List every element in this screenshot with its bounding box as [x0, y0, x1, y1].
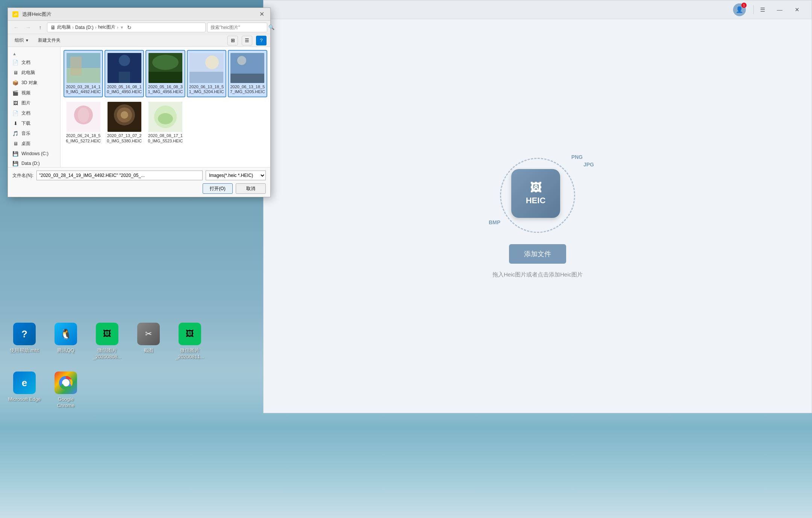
- heic-badge-text: HEIC: [526, 196, 546, 205]
- downloads-icon: ⬇: [12, 121, 18, 127]
- file-item-1[interactable]: 2020_03_28_14_19_IMG_4492.HEIC: [64, 50, 103, 97]
- dialog-bottom: 文件名(N): Images(*.heic *.HEIC) 打开(O) 取消: [8, 167, 270, 197]
- view-options-button[interactable]: ⊞: [227, 36, 238, 45]
- heic-badge: 🖼 HEIC: [511, 169, 560, 218]
- menu-button[interactable]: ☰: [754, 4, 771, 16]
- sidebar-item-desktop[interactable]: 🖥 桌面: [8, 139, 60, 149]
- breadcrumb-bar[interactable]: 🖥 此电脑 › Data (D:) › heic图片 › ▼ ↻: [47, 23, 206, 32]
- desktop-icon-chrome[interactable]: Google Chrome: [49, 372, 83, 409]
- sidebar-item-docs[interactable]: 📄 文档: [8, 57, 60, 68]
- filename-label: 文件名(N):: [12, 172, 33, 179]
- music-icon: 🎵: [12, 131, 18, 137]
- video-icon: 🎬: [12, 90, 18, 96]
- sidebar-item-computer[interactable]: 🖥 此电脑: [8, 68, 60, 78]
- desktop-icon-wechat2[interactable]: 🖼 微信图片_20200811...: [173, 323, 207, 360]
- desktop-icon-snip[interactable]: ✂ 截图: [132, 323, 165, 360]
- new-folder-button[interactable]: 新建文件夹: [35, 36, 64, 45]
- app-main-content: PNG JPG BMP 🖼 HEIC 添加文件 拖入Heic图片或者点击添加He…: [264, 19, 812, 413]
- help-button[interactable]: ?: [256, 36, 267, 45]
- minimize-button[interactable]: —: [771, 4, 788, 16]
- format-png-label: PNG: [571, 154, 583, 160]
- file-thumb-7: [108, 102, 141, 132]
- file-name-1: 2020_03_28_14_19_IMG_4492.HEIC: [66, 85, 101, 94]
- file-thumb-6: [67, 102, 100, 132]
- desktop-icon-qq[interactable]: 🐧 腾讯QQ: [49, 323, 83, 360]
- sidebar-item-music[interactable]: 🎵 音乐: [8, 128, 60, 139]
- format-jpg-label: JPG: [583, 162, 594, 168]
- file-thumb-8: [148, 102, 182, 132]
- file-item-5[interactable]: 2020_06_13_18_57_IMG_5205.HEIC: [228, 50, 267, 97]
- svg-point-7: [119, 55, 130, 66]
- file-thumb-5: [230, 53, 264, 83]
- search-icon: 🔍: [268, 24, 274, 30]
- refresh-button[interactable]: ↻: [127, 24, 132, 30]
- file-thumb-2: [108, 53, 141, 83]
- file-thumb-3: [148, 53, 182, 83]
- file-name-6: 2020_06_24_18_56_IMG_5272.HEIC: [66, 133, 101, 143]
- file-item-7[interactable]: 2020_07_13_07_20_IMG_5380.HEIC: [105, 99, 144, 146]
- file-grid-area: 2020_03_28_14_19_IMG_4492.HEIC 2020_05_1…: [61, 47, 270, 167]
- desktop-icon-sidebar: 🖥: [12, 141, 18, 147]
- sidebar-item-d-drive[interactable]: 💾 Data (D:): [8, 159, 60, 167]
- cancel-button[interactable]: 取消: [236, 183, 266, 194]
- sidebar-item-downloads[interactable]: ⬇ 下载: [8, 118, 60, 128]
- nav-forward-button[interactable]: →: [23, 23, 33, 32]
- filename-row: 文件名(N): Images(*.heic *.HEIC): [12, 171, 266, 180]
- svg-point-27: [158, 113, 173, 124]
- svg-point-24: [121, 111, 128, 119]
- file-name-5: 2020_06_13_18_57_IMG_5205.HEIC: [230, 85, 265, 94]
- breadcrumb-computer: 此电脑: [57, 24, 71, 30]
- file-item-6[interactable]: 2020_06_24_18_56_IMG_5272.HEIC: [64, 99, 103, 146]
- svg-point-11: [152, 55, 179, 70]
- file-item-4[interactable]: 2020_06_13_18_51_IMG_5204.HEIC: [187, 50, 226, 97]
- 3d-icon: 📦: [12, 80, 18, 86]
- svg-rect-16: [230, 74, 264, 83]
- desktop-icon-edge[interactable]: e Microsoft Edge: [8, 372, 41, 409]
- file-thumb-4: [189, 53, 223, 83]
- file-name-4: 2020_06_13_18_51_IMG_5204.HEIC: [189, 85, 224, 94]
- nav-up-button[interactable]: ↑: [35, 23, 45, 32]
- add-file-button[interactable]: 添加文件: [509, 244, 566, 264]
- breadcrumb-drive: Data (D:): [75, 25, 94, 30]
- dialog-title-text: 选择Heic图片: [22, 11, 254, 18]
- sidebar-item-video[interactable]: 🎬 视频: [8, 88, 60, 98]
- file-name-3: 2020_05_16_08_31_IMG_4956.HEIC: [148, 85, 183, 94]
- svg-rect-5: [70, 57, 82, 76]
- filetype-select[interactable]: Images(*.heic *.HEIC): [206, 171, 266, 180]
- svg-rect-13: [189, 72, 223, 83]
- organize-button[interactable]: 组织 ▼: [12, 36, 32, 45]
- dialog-nav-toolbar: ← → ↑ 🖥 此电脑 › Data (D:) › heic图片 › ▼ ↻ 🔍: [8, 21, 270, 34]
- svg-point-2: [63, 380, 69, 386]
- desktop-icon-wechat1[interactable]: 🖼 微信图片_20200808...: [90, 323, 124, 360]
- sidebar-item-documents[interactable]: 📄 文档: [8, 108, 60, 118]
- file-name-7: 2020_07_13_07_20_IMG_5380.HEIC: [107, 133, 142, 143]
- desktop: ? 使用帮助.mht 🐧 腾讯QQ 🖼 微信图片_20200808... ✂ 截…: [0, 0, 812, 518]
- heic-badge-icon: 🖼: [530, 181, 541, 194]
- dialog-title-icon: 📁: [12, 11, 18, 17]
- drop-hint-text: 拖入Heic图片或者点击添加Heic图片: [492, 271, 583, 278]
- search-input[interactable]: [211, 25, 267, 30]
- file-item-2[interactable]: 2020_05_16_08_10_IMG_4950.HEIC: [105, 50, 144, 97]
- sidebar-item-3d[interactable]: 📦 3D 对象: [8, 78, 60, 88]
- file-open-dialog: 📁 选择Heic图片 ✕ ← → ↑ 🖥 此电脑 › Data (D:) › h…: [8, 8, 271, 197]
- dialog-titlebar: 📁 选择Heic图片 ✕: [8, 8, 270, 21]
- filename-input[interactable]: [36, 171, 203, 180]
- heic-logo: PNG JPG BMP 🖼 HEIC: [485, 154, 590, 237]
- sidebar-scroll-up: ▲: [8, 50, 60, 57]
- open-button[interactable]: 打开(O): [203, 183, 233, 194]
- sidebar-item-c-drive[interactable]: 💾 Windows (C:): [8, 149, 60, 159]
- file-thumb-1: [67, 53, 100, 83]
- computer-icon: 🖥: [12, 70, 18, 76]
- close-button[interactable]: ✕: [788, 4, 806, 16]
- file-item-8[interactable]: 2020_08_08_17_10_IMG_5523.HEIC: [145, 99, 185, 146]
- user-avatar[interactable]: 👤 1: [733, 3, 746, 16]
- view-details-button[interactable]: ☰: [242, 36, 252, 45]
- nav-back-button[interactable]: ←: [11, 23, 21, 32]
- dialog-main-area: ▲ 📄 文档 🖥 此电脑 📦 3D 对象 🎬 视频: [8, 47, 270, 167]
- d-drive-icon: 💾: [12, 160, 18, 166]
- desktop-icon-help[interactable]: ? 使用帮助.mht: [8, 323, 41, 360]
- sidebar-item-pictures[interactable]: 🖼 图片: [8, 98, 60, 108]
- dialog-close-button[interactable]: ✕: [258, 10, 266, 18]
- search-box[interactable]: 🔍: [207, 23, 267, 32]
- file-item-3[interactable]: 2020_05_16_08_31_IMG_4956.HEIC: [145, 50, 185, 97]
